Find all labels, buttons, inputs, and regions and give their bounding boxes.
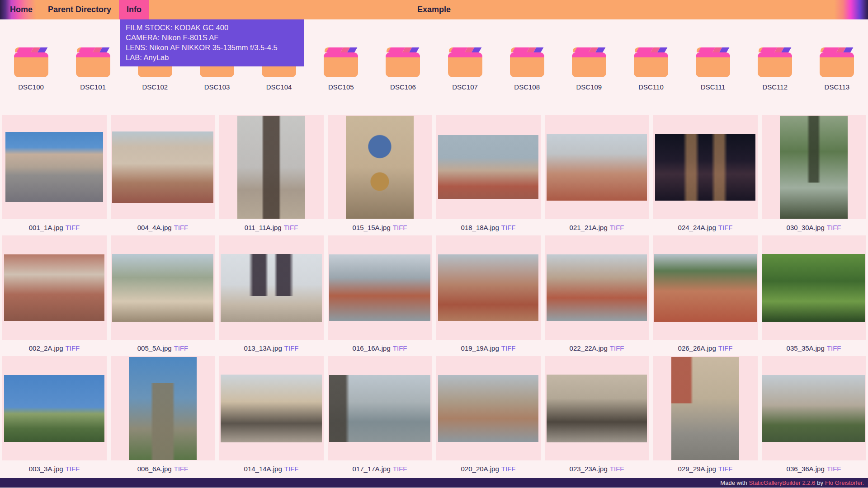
tiff-link[interactable]: TIFF	[610, 344, 624, 352]
photo-thumbnail[interactable]	[438, 135, 538, 199]
gallery-cell: 001_1A.jpg TIFF	[0, 115, 108, 235]
photo-card	[762, 356, 866, 460]
photo-thumbnail[interactable]	[671, 357, 739, 460]
photo-thumbnail[interactable]	[112, 131, 213, 203]
tiff-link[interactable]: TIFF	[66, 224, 80, 231]
photo-thumbnail[interactable]	[654, 254, 757, 322]
photo-thumbnail[interactable]	[438, 254, 538, 321]
folder-tabs-decoration	[510, 47, 544, 52]
photo-card	[436, 356, 541, 460]
tiff-link[interactable]: TIFF	[827, 344, 841, 352]
tiff-link[interactable]: TIFF	[284, 465, 299, 473]
tiff-link[interactable]: TIFF	[501, 224, 516, 231]
info-popup: FILM STOCK: KODAK GC 400 CAMERA: Nikon F…	[120, 19, 304, 66]
photo-thumbnail[interactable]	[112, 254, 213, 322]
photo-card	[219, 235, 324, 340]
tiff-link[interactable]: TIFF	[66, 465, 80, 473]
photo-caption: 036_36A.jpg TIFF	[787, 460, 841, 477]
folder-item[interactable]: DSC109	[564, 47, 614, 91]
folder-item[interactable]: DSC101	[68, 47, 118, 91]
tiff-link[interactable]: TIFF	[718, 344, 733, 352]
gallery-cell: 029_29A.jpg TIFF	[651, 356, 760, 477]
folder-item[interactable]: DSC112	[750, 47, 800, 91]
tiff-link[interactable]: TIFF	[284, 344, 299, 352]
folder-label: DSC106	[390, 83, 416, 91]
tiff-link[interactable]: TIFF	[66, 344, 80, 352]
photo-thumbnail[interactable]	[221, 375, 322, 442]
tiff-link[interactable]: TIFF	[393, 465, 407, 473]
photo-thumbnail[interactable]	[4, 375, 104, 442]
photo-thumbnail[interactable]	[780, 116, 848, 219]
gallery-cell: 015_15A.jpg TIFF	[326, 115, 434, 235]
gallery-cell: 002_2A.jpg TIFF	[0, 235, 108, 356]
photo-thumbnail[interactable]	[547, 134, 647, 201]
folder-item[interactable]: DSC106	[378, 47, 428, 91]
tiff-link[interactable]: TIFF	[827, 224, 841, 231]
photo-card	[111, 235, 215, 340]
photo-card	[545, 235, 649, 340]
photo-thumbnail[interactable]	[547, 375, 647, 442]
photo-filename: 020_20A.jpg	[461, 465, 499, 473]
photo-thumbnail[interactable]	[5, 132, 103, 202]
photo-thumbnail[interactable]	[655, 134, 755, 201]
photo-card	[219, 115, 324, 219]
photo-filename: 029_29A.jpg	[678, 465, 716, 473]
photo-thumbnail[interactable]	[129, 357, 197, 460]
photo-thumbnail[interactable]	[762, 375, 865, 442]
photo-thumbnail[interactable]	[221, 254, 322, 322]
photo-thumbnail[interactable]	[329, 375, 430, 442]
folder-tabs-decoration	[14, 47, 48, 52]
folder-item[interactable]: DSC108	[502, 47, 552, 91]
folder-label: DSC100	[18, 83, 44, 91]
photo-thumbnail[interactable]	[438, 375, 538, 442]
gallery-cell: 030_30A.jpg TIFF	[760, 115, 868, 235]
photo-filename: 018_18A.jpg	[461, 224, 499, 231]
nav-info-tab[interactable]: Info	[119, 0, 149, 19]
folder-item[interactable]: DSC100	[6, 47, 56, 91]
folder-item[interactable]: DSC113	[812, 47, 862, 91]
photo-caption: 035_35A.jpg TIFF	[787, 340, 841, 356]
gallery-grid: 001_1A.jpg TIFF 004_4A.jpg TIFF 011_11A.…	[0, 115, 868, 477]
tiff-link[interactable]: TIFF	[501, 344, 516, 352]
tiff-link[interactable]: TIFF	[284, 224, 298, 231]
tiff-link[interactable]: TIFF	[501, 465, 516, 473]
photo-filename: 003_3A.jpg	[29, 465, 63, 473]
tiff-link[interactable]: TIFF	[610, 224, 624, 231]
footer-author-link[interactable]: Flo Greistorfer.	[825, 479, 864, 486]
photo-caption: 003_3A.jpg TIFF	[29, 460, 80, 477]
folder-label: DSC111	[701, 83, 725, 91]
photo-filename: 022_22A.jpg	[570, 344, 608, 352]
nav-parent-directory[interactable]: Parent Directory	[40, 0, 119, 19]
footer-by: by	[817, 479, 823, 486]
tiff-link[interactable]: TIFF	[174, 465, 189, 473]
photo-thumbnail[interactable]	[547, 254, 647, 321]
footer-builder-link[interactable]: StaticGalleryBuilder 2.2.6	[749, 479, 816, 486]
photo-card	[328, 356, 432, 460]
gallery-cell: 011_11A.jpg TIFF	[217, 115, 326, 235]
nav-home[interactable]: Home	[2, 0, 40, 19]
folder-tabs-decoration	[572, 47, 606, 52]
tiff-link[interactable]: TIFF	[718, 465, 733, 473]
tiff-link[interactable]: TIFF	[393, 224, 407, 231]
photo-thumbnail[interactable]	[329, 254, 430, 321]
folder-item[interactable]: DSC105	[316, 47, 366, 91]
folder-item[interactable]: DSC111	[688, 47, 738, 91]
folder-item[interactable]: DSC107	[440, 47, 490, 91]
tiff-link[interactable]: TIFF	[827, 465, 841, 473]
tiff-link[interactable]: TIFF	[718, 224, 733, 231]
photo-thumbnail[interactable]	[762, 254, 865, 322]
tiff-link[interactable]: TIFF	[174, 344, 189, 352]
photo-filename: 023_23A.jpg	[570, 465, 608, 473]
tiff-link[interactable]: TIFF	[174, 224, 189, 231]
tiff-link[interactable]: TIFF	[393, 344, 407, 352]
photo-thumbnail[interactable]	[4, 254, 104, 321]
photo-caption: 014_14A.jpg TIFF	[244, 460, 299, 477]
gallery-cell: 024_24A.jpg TIFF	[651, 115, 760, 235]
photo-thumbnail[interactable]	[346, 116, 414, 219]
gallery-cell: 005_5A.jpg TIFF	[108, 235, 217, 356]
photo-thumbnail[interactable]	[237, 116, 305, 219]
photo-filename: 026_26A.jpg	[678, 344, 716, 352]
folder-icon	[820, 47, 854, 77]
folder-item[interactable]: DSC110	[626, 47, 676, 91]
tiff-link[interactable]: TIFF	[610, 465, 624, 473]
